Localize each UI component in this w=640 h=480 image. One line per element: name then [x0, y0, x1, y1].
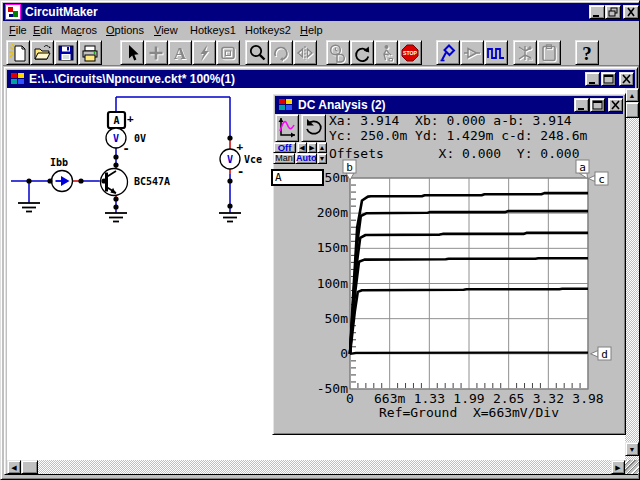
- dc-close-button[interactable]: [608, 98, 623, 112]
- dc-down-arrow-button[interactable]: ▼: [317, 153, 327, 164]
- dc-man-button[interactable]: Man: [273, 153, 295, 164]
- menu-item-view[interactable]: View: [154, 21, 178, 39]
- dc-maximize-button[interactable]: [590, 98, 605, 112]
- scroll-left-button[interactable]: ◀: [7, 460, 21, 474]
- plot-footer: Ref=Ground X=663mV/Div: [331, 405, 607, 420]
- menu-item-file[interactable]: File: [9, 21, 27, 39]
- zoom-tool-button[interactable]: [245, 40, 269, 65]
- h-scrollbar[interactable]: ◀ ▶: [7, 460, 625, 474]
- menu-item-help[interactable]: Help: [300, 21, 323, 39]
- device-curves-icon: [515, 43, 535, 63]
- text-tool-button[interactable]: A: [168, 40, 192, 65]
- stop-icon: STOP: [400, 43, 420, 63]
- readout-line-2: Yc: 250.0m Yd: 1.429m c-d: 248.6m: [329, 129, 587, 142]
- print-button[interactable]: [78, 40, 102, 65]
- help-icon: ?: [577, 43, 597, 63]
- doc-maximize-button[interactable]: [601, 72, 616, 86]
- new-file-button[interactable]: [6, 40, 30, 65]
- delete-tool-icon: [194, 43, 214, 63]
- save-file-button[interactable]: [54, 40, 78, 65]
- app-window: CircuitMaker FileEditMacrosOptionsViewHo…: [0, 0, 640, 480]
- dc-right-arrow-button[interactable]: ▶: [307, 142, 317, 153]
- dc-off-button[interactable]: Off: [273, 142, 296, 153]
- document-title: E:\...\Circuits\Npncurve.ckt* 100%(1): [29, 72, 235, 86]
- dc-up-arrow-button[interactable]: ▲: [317, 142, 327, 153]
- open-file-button[interactable]: [30, 40, 54, 65]
- resize-grip[interactable]: [625, 460, 639, 474]
- dc-left-arrow-button[interactable]: ◀: [297, 142, 307, 153]
- trace-button[interactable]: [460, 40, 484, 65]
- app-titlebar: CircuitMaker: [3, 3, 639, 21]
- mirror-icon: [295, 43, 315, 63]
- print-icon: [80, 43, 100, 63]
- dc-minimize-button[interactable]: [574, 98, 589, 112]
- rotate-button[interactable]: [269, 40, 293, 65]
- doc-close-button[interactable]: [619, 72, 634, 86]
- probe-button[interactable]: [436, 40, 460, 65]
- clipboard-icon: [539, 43, 559, 63]
- svg-text:A: A: [174, 44, 187, 63]
- step-button[interactable]: [374, 40, 398, 65]
- help-button[interactable]: ?: [575, 40, 599, 65]
- svg-text:STOP: STOP: [403, 50, 418, 56]
- menu-item-edit[interactable]: Edit: [33, 21, 52, 39]
- app-restore-button[interactable]: [605, 5, 621, 19]
- document-icon: [10, 71, 26, 87]
- scroll-down-button[interactable]: ▼: [625, 442, 639, 456]
- step-icon: [376, 43, 396, 63]
- rotate-icon: [271, 43, 291, 63]
- zoom-tool-icon: [247, 43, 267, 63]
- text-tool-icon: A: [170, 43, 190, 63]
- dc-title: DC Analysis (2): [298, 98, 386, 112]
- dc-titlebar[interactable]: DC Analysis (2): [275, 96, 623, 114]
- device-curves-button[interactable]: [513, 40, 537, 65]
- h-scroll-thumb[interactable]: [21, 460, 38, 474]
- scroll-right-button[interactable]: ▶: [611, 460, 625, 474]
- place-part-icon: [146, 43, 166, 63]
- app-minimize-button[interactable]: [589, 5, 605, 19]
- menu-bar: FileEditMacrosOptionsViewHotkeys1Hotkeys…: [3, 21, 639, 39]
- document-titlebar[interactable]: E:\...\Circuits\Npncurve.ckt* 100%(1): [7, 70, 635, 88]
- menu-item-hotkeys2[interactable]: Hotkeys2: [245, 21, 291, 39]
- menu-item-macros[interactable]: Macros: [61, 21, 97, 39]
- probe-icon: [438, 43, 458, 63]
- scroll-up-button[interactable]: ▲: [625, 88, 639, 102]
- waveforms-icon: [486, 43, 506, 63]
- digital-options-button[interactable]: [326, 40, 350, 65]
- menu-item-hotkeys1[interactable]: Hotkeys1: [190, 21, 236, 39]
- select-cursor-icon: [122, 43, 142, 63]
- open-file-icon: [32, 43, 52, 63]
- dc-reset-button[interactable]: [301, 114, 326, 142]
- trace-icon: [462, 43, 482, 63]
- readout-line-1: Xa: 3.914 Xb: 0.000 a-b: 3.914: [329, 114, 572, 127]
- macro-box-button[interactable]: [216, 40, 240, 65]
- app-icon: [5, 4, 21, 20]
- stop-button[interactable]: STOP: [398, 40, 422, 65]
- dc-icon: [278, 97, 294, 113]
- app-title: CircuitMaker: [25, 5, 98, 19]
- dc-auto-button[interactable]: Auto: [295, 153, 317, 164]
- doc-minimize-button[interactable]: [585, 72, 600, 86]
- app-close-button[interactable]: [623, 5, 639, 19]
- svg-text:?: ?: [582, 43, 592, 63]
- new-file-icon: [8, 43, 28, 63]
- v-scroll-thumb[interactable]: [625, 102, 639, 118]
- toolbar: ASTOP?: [3, 39, 639, 66]
- readout-line-3: Offsets X: 0.000 Y: 0.000: [329, 147, 579, 160]
- macro-box-icon: [218, 43, 238, 63]
- waveforms-button[interactable]: [484, 40, 508, 65]
- reset-button[interactable]: [350, 40, 374, 65]
- place-part-button[interactable]: [144, 40, 168, 65]
- select-cursor-button[interactable]: [120, 40, 144, 65]
- reset-icon: [352, 43, 372, 63]
- menu-item-options[interactable]: Options: [106, 21, 144, 39]
- save-file-icon: [56, 43, 76, 63]
- v-scrollbar[interactable]: ▲ ▼: [625, 88, 639, 460]
- clipboard-button[interactable]: [537, 40, 561, 65]
- trace-label-box[interactable]: A: [271, 169, 324, 186]
- digital-options-icon: [328, 43, 348, 63]
- mirror-button[interactable]: [293, 40, 317, 65]
- dc-scale-button[interactable]: [275, 114, 299, 142]
- delete-tool-button[interactable]: [192, 40, 216, 65]
